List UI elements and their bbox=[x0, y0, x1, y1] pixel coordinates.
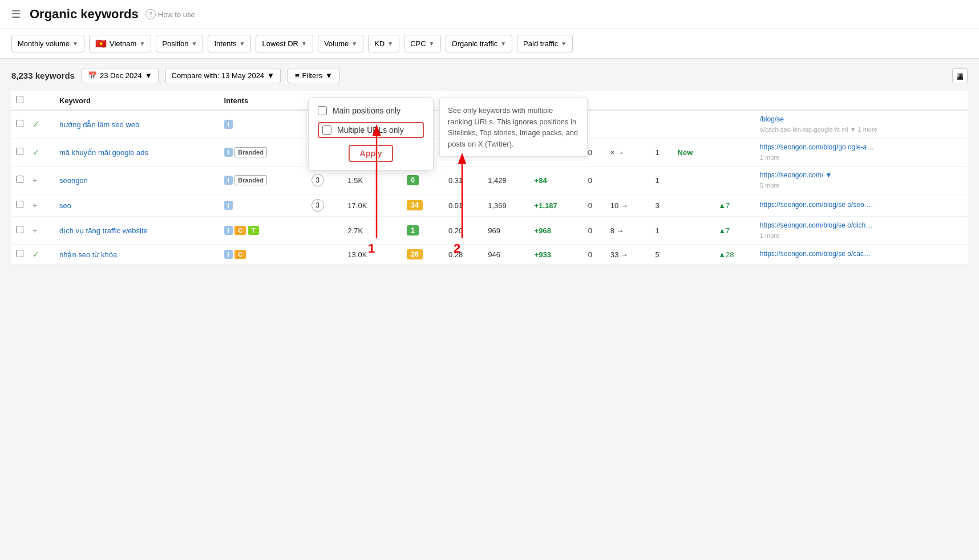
row-checkbox[interactable] bbox=[11, 217, 28, 245]
multiple-urls-only-item[interactable]: Multiple URLs only bbox=[318, 122, 424, 138]
row-change: +84 bbox=[530, 167, 584, 194]
url-link[interactable]: https://seongon.com/ ▼ bbox=[760, 171, 832, 179]
volume-filter[interactable]: Volume ▼ bbox=[318, 35, 363, 52]
kd-label: KD bbox=[374, 39, 385, 48]
row-intents: I C T bbox=[220, 217, 307, 245]
position-filter[interactable]: Position ▼ bbox=[156, 35, 203, 52]
content-area: 8,233 keywords 📅 23 Dec 2024 ▼ Compare w… bbox=[0, 59, 979, 274]
organic-traffic-label: Organic traffic bbox=[452, 39, 498, 48]
row-checkbox[interactable] bbox=[11, 139, 28, 167]
paid-traffic-arrow: ▼ bbox=[561, 40, 567, 47]
lowest-dr-label: Lowest DR bbox=[262, 39, 298, 48]
th-intents[interactable]: Intents bbox=[220, 91, 307, 110]
monthly-volume-filter[interactable]: Monthly volume ▼ bbox=[11, 35, 84, 52]
paid-traffic-label: Paid traffic bbox=[523, 39, 558, 48]
row-curr-pos: 1 bbox=[651, 139, 673, 167]
filters-label: Filters bbox=[302, 71, 322, 80]
table-row: + seo I 3 17.0K 34 0.01 1,369 +1,187 0 1… bbox=[11, 194, 968, 217]
compare-button[interactable]: Compare with: 13 May 2024 ▼ bbox=[165, 68, 281, 83]
row-c: 0.20 bbox=[444, 217, 483, 245]
intent-badge-i: I bbox=[224, 226, 233, 235]
row-pos-arrow bbox=[606, 110, 651, 139]
intent-badge-c: C bbox=[234, 226, 246, 235]
lowest-dr-arrow: ▼ bbox=[301, 40, 307, 47]
toolbar: 8,233 keywords 📅 23 Dec 2024 ▼ Compare w… bbox=[11, 68, 968, 83]
menu-icon[interactable]: ☰ bbox=[11, 8, 21, 21]
volume-label: Volume bbox=[324, 39, 349, 48]
select-all-header[interactable] bbox=[11, 91, 28, 110]
row-status: + bbox=[28, 217, 55, 245]
url-more[interactable]: o/cach-seo-len-top-google.ht ml ▼ 1 more bbox=[760, 126, 877, 133]
keyword-link[interactable]: mã khuyến mãi google ads bbox=[59, 148, 148, 157]
filter-dropdown: Main positions only Multiple URLs only A… bbox=[308, 98, 434, 171]
columns-button[interactable]: ▦ bbox=[952, 68, 968, 83]
main-positions-only-item[interactable]: Main positions only bbox=[318, 106, 424, 115]
url-more[interactable]: 1 more bbox=[760, 232, 779, 239]
apply-button[interactable]: Apply bbox=[349, 145, 394, 162]
row-intents: I C bbox=[220, 245, 307, 265]
multiple-urls-checkbox[interactable] bbox=[322, 125, 331, 135]
volume-arrow: ▼ bbox=[351, 40, 357, 47]
paid-traffic-filter[interactable]: Paid traffic ▼ bbox=[517, 35, 573, 52]
row-pos-change: ▲7 bbox=[714, 217, 755, 245]
calendar-icon: 📅 bbox=[88, 71, 97, 80]
row-url: https://seongon.com/ ▼ 5 more bbox=[755, 167, 968, 194]
intent-badge-c: C bbox=[234, 250, 246, 259]
row-change: +1,187 bbox=[530, 194, 584, 217]
url-link[interactable]: https://seongon.com/blog/se o/seo-la-gi.… bbox=[760, 201, 874, 209]
row-status-label bbox=[673, 245, 714, 265]
keyword-link[interactable]: seongon bbox=[59, 176, 88, 185]
row-pos-change bbox=[714, 139, 755, 167]
row-traffic: 946 bbox=[483, 245, 529, 265]
url-link[interactable]: https://seongon.com/blog/se o/cach-seo-l… bbox=[760, 250, 874, 258]
row-checkbox[interactable] bbox=[11, 110, 28, 139]
row-checkbox[interactable] bbox=[11, 194, 28, 217]
date-arrow: ▼ bbox=[145, 71, 152, 80]
main-positions-label: Main positions only bbox=[333, 106, 400, 115]
filter-bar: Monthly volume ▼ 🇻🇳 Vietnam ▼ Position ▼… bbox=[0, 29, 979, 59]
monthly-volume-label: Monthly volume bbox=[18, 39, 70, 48]
row-curr-pos: 3 bbox=[651, 194, 673, 217]
keyword-link[interactable]: dịch vụ tăng traffic website bbox=[59, 226, 148, 235]
th-pos-change bbox=[714, 91, 755, 110]
row-intents: I bbox=[220, 194, 307, 217]
select-all-checkbox[interactable] bbox=[16, 96, 23, 103]
row-pos-arrow bbox=[606, 167, 651, 194]
row-volume: 17.0K bbox=[343, 194, 402, 217]
row-keyword: nhận seo từ khóa bbox=[55, 245, 220, 265]
kd-arrow: ▼ bbox=[387, 40, 393, 47]
url-link[interactable]: https://seongon.com/blog/go ogle-ads/vou… bbox=[760, 143, 874, 151]
vietnam-filter[interactable]: 🇻🇳 Vietnam ▼ bbox=[89, 35, 151, 52]
url-more[interactable]: 5 more bbox=[760, 182, 779, 189]
filters-button[interactable]: ≡ Filters ▼ bbox=[288, 68, 340, 83]
keyword-link[interactable]: hướng dẫn làm seo web bbox=[59, 120, 139, 129]
branded-badge: Branded bbox=[234, 175, 267, 185]
keyword-link[interactable]: seo bbox=[59, 201, 71, 210]
row-checkbox[interactable] bbox=[11, 167, 28, 194]
url-more[interactable]: 1 more bbox=[760, 154, 779, 161]
cpc-filter[interactable]: CPC ▼ bbox=[404, 35, 440, 52]
row-change: +968 bbox=[530, 217, 584, 245]
row-checkbox[interactable] bbox=[11, 245, 28, 265]
row-kd: 26 bbox=[402, 245, 444, 265]
kd-filter[interactable]: KD ▼ bbox=[368, 35, 399, 52]
intent-badge-i: I bbox=[224, 201, 233, 210]
position-label: Position bbox=[162, 39, 188, 48]
url-link[interactable]: https://seongon.com/blog/se o/dich-vu-se… bbox=[760, 221, 874, 229]
row-status: ✓ bbox=[28, 139, 55, 167]
lowest-dr-filter[interactable]: Lowest DR ▼ bbox=[256, 35, 313, 52]
intents-filter[interactable]: Intents ▼ bbox=[208, 35, 251, 52]
row-kd: 1 bbox=[402, 217, 444, 245]
th-arrow bbox=[606, 91, 651, 110]
row-traffic: 969 bbox=[483, 217, 529, 245]
th-keyword[interactable]: Keyword bbox=[55, 91, 220, 110]
main-positions-checkbox[interactable] bbox=[318, 106, 327, 115]
row-prev-pos: 0 bbox=[584, 245, 606, 265]
how-to-use-link[interactable]: ? How to use bbox=[145, 9, 195, 19]
organic-traffic-filter[interactable]: Organic traffic ▼ bbox=[446, 35, 513, 52]
row-status-label bbox=[673, 194, 714, 217]
intent-badge-i: I bbox=[224, 250, 233, 259]
url-link[interactable]: /blog/se bbox=[760, 115, 784, 123]
keyword-link[interactable]: nhận seo từ khóa bbox=[59, 250, 117, 259]
date-picker[interactable]: 📅 23 Dec 2024 ▼ bbox=[82, 68, 159, 83]
